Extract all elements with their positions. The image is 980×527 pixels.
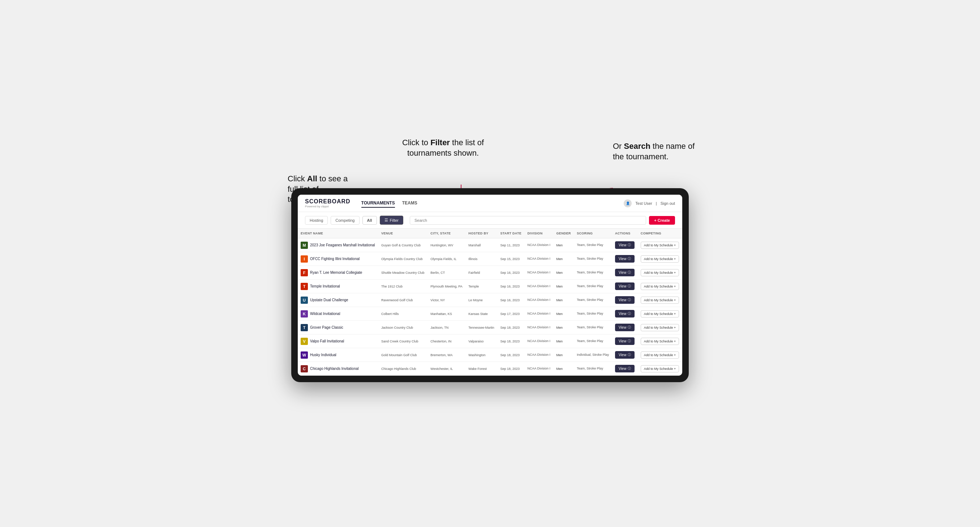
cell-event-name-6: K Wildcat Invitational <box>298 307 378 321</box>
table-row: K Wildcat Invitational Colbert Hills Man… <box>298 307 682 321</box>
page-wrapper: Click All to see a full list of tourname… <box>291 145 689 382</box>
sign-out-link[interactable]: Sign out <box>660 201 675 206</box>
cell-hosted-3: Fairfield <box>465 266 497 279</box>
filter-icon: ☰ <box>385 218 388 222</box>
cell-date-8: Sep 18, 2023 <box>497 335 524 348</box>
team-logo-6: K <box>301 310 308 317</box>
cell-scoring-7: Team, Stroke Play <box>574 321 612 335</box>
col-division: DIVISION <box>525 229 554 238</box>
cell-date-9: Sep 18, 2023 <box>497 348 524 362</box>
cell-actions-7: View ⓘ <box>612 321 638 335</box>
cell-hosted-8: Valparaiso <box>465 335 497 348</box>
cell-date-2: Sep 15, 2023 <box>497 252 524 266</box>
cell-city-4: Plymouth Meeting, PA <box>428 279 465 293</box>
cell-hosted-10: Wake Forest <box>465 362 497 376</box>
user-name: Test User <box>635 201 652 206</box>
cell-competing-2: Add to My Schedule + <box>638 252 682 266</box>
cell-gender-6: Men <box>554 307 574 321</box>
cell-date-5: Sep 16, 2023 <box>497 293 524 307</box>
cell-competing-7: Add to My Schedule + <box>638 321 682 335</box>
cell-date-6: Sep 17, 2023 <box>497 307 524 321</box>
view-button-8[interactable]: View ⓘ <box>615 337 635 345</box>
tournaments-table: EVENT NAME VENUE CITY, STATE HOSTED BY S… <box>298 229 682 376</box>
cell-division-9: NCAA Division I <box>525 348 554 362</box>
event-name-text-2: OFCC Fighting Illini Invitational <box>310 257 360 261</box>
col-competing: COMPETING <box>638 229 682 238</box>
search-input[interactable] <box>410 216 646 225</box>
event-name-text-6: Wildcat Invitational <box>310 312 340 316</box>
view-icon-4: ⓘ <box>628 284 631 289</box>
cell-gender-5: Men <box>554 293 574 307</box>
add-schedule-button-8[interactable]: Add to My Schedule + <box>641 338 679 345</box>
view-button-9[interactable]: View ⓘ <box>615 351 635 359</box>
add-schedule-button-2[interactable]: Add to My Schedule + <box>641 256 679 263</box>
cell-venue-6: Colbert Hills <box>378 307 428 321</box>
cell-gender-7: Men <box>554 321 574 335</box>
table-body: M 2023 Joe Feaganes Marshall Invitationa… <box>298 238 682 376</box>
cell-city-3: Berlin, CT <box>428 266 465 279</box>
view-button-7[interactable]: View ⓘ <box>615 324 635 331</box>
team-logo-4: T <box>301 283 308 290</box>
cell-division-8: NCAA Division I <box>525 335 554 348</box>
nav-tab-teams[interactable]: TEAMS <box>402 199 417 208</box>
add-schedule-button-4[interactable]: Add to My Schedule + <box>641 283 679 290</box>
event-name-text-3: Ryan T. Lee Memorial Collegiate <box>310 271 362 275</box>
add-schedule-button-6[interactable]: Add to My Schedule + <box>641 310 679 317</box>
team-logo-9: W <box>301 351 308 359</box>
team-logo-10: C <box>301 365 308 372</box>
view-button-6[interactable]: View ⓘ <box>615 310 635 317</box>
view-button-1[interactable]: View ⓘ <box>615 241 635 249</box>
add-schedule-button-10[interactable]: Add to My Schedule + <box>641 365 679 372</box>
cell-competing-1: Add to My Schedule + <box>638 238 682 252</box>
table-row: I OFCC Fighting Illini Invitational Olym… <box>298 252 682 266</box>
view-icon-10: ⓘ <box>628 366 631 371</box>
filter-button[interactable]: ☰ Filter <box>380 216 403 225</box>
cell-gender-9: Men <box>554 348 574 362</box>
cell-gender-3: Men <box>554 266 574 279</box>
nav-tab-tournaments[interactable]: TOURNAMENTS <box>361 199 395 208</box>
view-icon-9: ⓘ <box>628 352 631 357</box>
col-gender: GENDER <box>554 229 574 238</box>
cell-hosted-1: Marshall <box>465 238 497 252</box>
table-row: M 2023 Joe Feaganes Marshall Invitationa… <box>298 238 682 252</box>
cell-venue-5: Ravenwood Golf Club <box>378 293 428 307</box>
add-schedule-button-3[interactable]: Add to My Schedule + <box>641 269 679 276</box>
view-button-10[interactable]: View ⓘ <box>615 365 635 372</box>
table-header: EVENT NAME VENUE CITY, STATE HOSTED BY S… <box>298 229 682 238</box>
view-button-4[interactable]: View ⓘ <box>615 283 635 290</box>
cell-scoring-4: Team, Stroke Play <box>574 279 612 293</box>
cell-hosted-5: Le Moyne <box>465 293 497 307</box>
cell-actions-6: View ⓘ <box>612 307 638 321</box>
cell-venue-10: Chicago Highlands Club <box>378 362 428 376</box>
cell-date-10: Sep 18, 2023 <box>497 362 524 376</box>
cell-actions-4: View ⓘ <box>612 279 638 293</box>
cell-event-name-4: T Temple Invitational <box>298 279 378 293</box>
cell-city-1: Huntington, WV <box>428 238 465 252</box>
all-tab[interactable]: All <box>363 216 377 225</box>
add-schedule-button-9[interactable]: Add to My Schedule + <box>641 351 679 359</box>
cell-venue-2: Olympia Fields Country Club <box>378 252 428 266</box>
view-button-2[interactable]: View ⓘ <box>615 255 635 263</box>
app-logo-sub: Powered by clippd <box>305 205 350 208</box>
add-schedule-button-7[interactable]: Add to My Schedule + <box>641 324 679 331</box>
cell-hosted-6: Kansas State <box>465 307 497 321</box>
cell-event-name-3: F Ryan T. Lee Memorial Collegiate <box>298 266 378 279</box>
competing-tab[interactable]: Competing <box>331 216 359 225</box>
team-logo-7: T <box>301 324 308 331</box>
team-logo-3: F <box>301 269 308 276</box>
view-button-3[interactable]: View ⓘ <box>615 269 635 276</box>
view-button-5[interactable]: View ⓘ <box>615 296 635 304</box>
hosting-tab[interactable]: Hosting <box>305 216 328 225</box>
filter-label: Filter <box>390 218 399 222</box>
add-schedule-button-5[interactable]: Add to My Schedule + <box>641 297 679 304</box>
table-row: T Temple Invitational The 1912 Club Plym… <box>298 279 682 293</box>
cell-competing-10: Add to My Schedule + <box>638 362 682 376</box>
col-start-date: START DATE <box>497 229 524 238</box>
create-button[interactable]: + Create <box>649 216 675 225</box>
view-icon-5: ⓘ <box>628 298 631 302</box>
add-schedule-button-1[interactable]: Add to My Schedule + <box>641 242 679 249</box>
cell-actions-1: View ⓘ <box>612 238 638 252</box>
event-name-text-4: Temple Invitational <box>310 284 340 288</box>
cell-venue-8: Sand Creek Country Club <box>378 335 428 348</box>
tablet-frame: SCOREBOARD Powered by clippd TOURNAMENTS… <box>291 188 689 382</box>
